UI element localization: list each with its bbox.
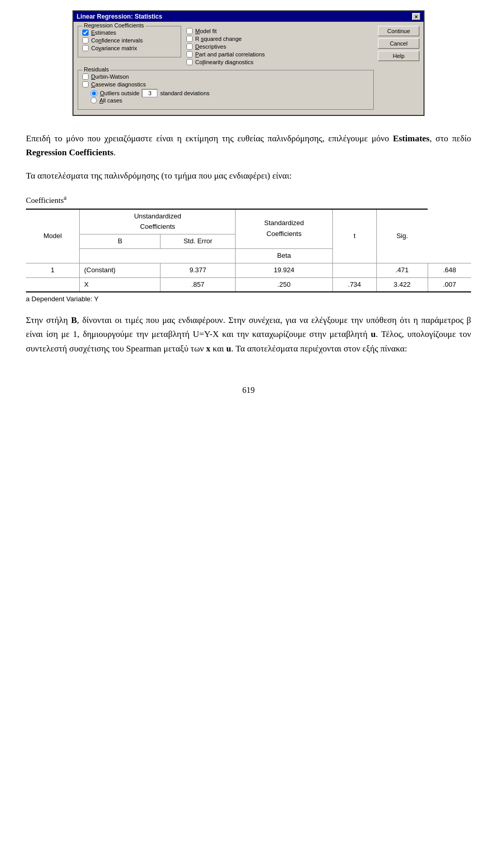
t-header: t bbox=[332, 209, 376, 263]
x-label-cell: X bbox=[80, 277, 160, 292]
b-header: B bbox=[80, 234, 160, 249]
regression-group-box: Regression Coefficients Estimates Confid… bbox=[78, 26, 181, 57]
linear-regression-dialog: Linear Regression: Statistics × Regressi… bbox=[72, 10, 425, 116]
modelfit-label: Model fit bbox=[195, 28, 217, 34]
continue-button[interactable]: Continue bbox=[378, 26, 419, 36]
partcorr-checkbox[interactable] bbox=[186, 51, 193, 57]
dialog-body: Regression Coefficients Estimates Confid… bbox=[74, 22, 423, 115]
casewise-label: Casewise diagnostics bbox=[91, 81, 146, 87]
dialog-close-button[interactable]: × bbox=[412, 13, 420, 20]
standardized-header: StandardizedCoefficients bbox=[236, 209, 332, 249]
coefficients-label: Coefficientsa bbox=[26, 193, 471, 207]
modelfit-row: Model fit bbox=[186, 28, 374, 34]
descriptives-checkbox[interactable] bbox=[186, 43, 193, 50]
outliers-value-input[interactable] bbox=[142, 89, 157, 97]
regression-coefficients-group: Regression Coefficients Estimates Confid… bbox=[78, 26, 181, 67]
x-sig: .007 bbox=[428, 277, 471, 292]
confidence-label: Confidence intervals bbox=[91, 37, 143, 43]
residuals-group-box: Residuals Durbin-Watson Casewise diagnos… bbox=[78, 70, 374, 110]
rsquared-label: R squared change bbox=[195, 36, 242, 42]
x-bold: x bbox=[206, 344, 211, 354]
dialog-buttons-panel: Continue Cancel Help bbox=[378, 26, 419, 111]
partcorr-row: Part and partial correlations bbox=[186, 51, 374, 57]
covariance-row: Covariance matrix bbox=[82, 45, 177, 51]
footnote-superscript: a bbox=[64, 194, 67, 201]
outliers-label: Outliers outside bbox=[100, 90, 139, 96]
page-number: 619 bbox=[0, 386, 497, 400]
regression-group-title: Regression Coefficients bbox=[82, 22, 145, 28]
paragraph1: Επειδή το μόνο που χρειαζόμαστε είναι η … bbox=[26, 131, 471, 159]
other-options-col: Model fit R squared change Descriptives bbox=[186, 26, 374, 67]
casewise-checkbox[interactable] bbox=[82, 81, 89, 87]
durbin-label: Durbin-Watson bbox=[91, 73, 129, 80]
help-button[interactable]: Help bbox=[378, 51, 419, 61]
confidence-checkbox[interactable] bbox=[82, 37, 89, 43]
table-row: X .857 .250 .734 3.422 .007 bbox=[26, 277, 471, 292]
estimates-checkbox[interactable] bbox=[82, 30, 89, 36]
cancel-button[interactable]: Cancel bbox=[378, 38, 419, 49]
coefficients-table-section: Coefficientsa Model UnstandardizedCoeffi… bbox=[26, 193, 471, 305]
rsquared-checkbox[interactable] bbox=[186, 36, 193, 42]
descriptives-label: Descriptives bbox=[195, 43, 226, 50]
allcases-label: All cases bbox=[99, 97, 122, 104]
outliers-radio[interactable] bbox=[91, 90, 97, 97]
x-t: 3.422 bbox=[376, 277, 428, 292]
u2-bold: u bbox=[226, 344, 231, 354]
descriptives-row: Descriptives bbox=[186, 43, 374, 50]
u-bold: u bbox=[371, 329, 375, 339]
stderr-header: Std. Error bbox=[160, 234, 236, 249]
estimates-bold: Estimates bbox=[393, 134, 430, 143]
collinear-label: Collinearity diagnostics bbox=[195, 59, 254, 65]
right-checkboxes: Model fit R squared change Descriptives bbox=[186, 26, 374, 65]
table-footnote: a Dependent Variable: Y bbox=[26, 294, 471, 305]
main-content: Επειδή το μόνο που χρειαζόμαστε είναι η … bbox=[0, 121, 497, 370]
estimates-label: Estimates bbox=[91, 30, 116, 36]
coefficients-table: Model UnstandardizedCoefficients Standar… bbox=[26, 209, 471, 293]
durbin-checkbox[interactable] bbox=[82, 73, 89, 80]
covariance-checkbox[interactable] bbox=[82, 45, 89, 51]
constant-beta bbox=[332, 263, 376, 277]
dialog-titlebar: Linear Regression: Statistics × bbox=[74, 11, 423, 22]
rsquared-row: R squared change bbox=[186, 36, 374, 42]
unstandardized-header: UnstandardizedCoefficients bbox=[80, 209, 236, 234]
residuals-group-title: Residuals bbox=[82, 66, 110, 72]
b-col-bold: B bbox=[71, 315, 77, 325]
casewise-row: Casewise diagnostics bbox=[82, 81, 369, 87]
constant-cell: (Constant) bbox=[80, 263, 160, 277]
outliers-row: Outliers outside standard deviations bbox=[91, 89, 369, 97]
table-row: 1 (Constant) 9.377 19.924 .471 .648 bbox=[26, 263, 471, 277]
dialog-main-panel: Regression Coefficients Estimates Confid… bbox=[78, 26, 374, 111]
dialog-title: Linear Regression: Statistics bbox=[77, 13, 162, 20]
model-header: Model bbox=[26, 209, 80, 263]
x-beta: .734 bbox=[332, 277, 376, 292]
constant-b: 9.377 bbox=[160, 263, 236, 277]
regression-coefficients-bold: Regression Coefficients bbox=[26, 148, 113, 157]
confidence-row: Confidence intervals bbox=[82, 37, 177, 43]
allcases-row: All cases bbox=[91, 97, 369, 104]
table-header-row1: Model UnstandardizedCoefficients Standar… bbox=[26, 209, 471, 234]
paragraph2: Τα αποτελέσματα της παλινδρόμησης (το τμ… bbox=[26, 169, 471, 183]
outliers-suffix: standard deviations bbox=[160, 90, 209, 96]
collinear-checkbox[interactable] bbox=[186, 59, 193, 65]
x-b: .857 bbox=[160, 277, 236, 292]
x-stderr: .250 bbox=[236, 277, 332, 292]
constant-sig: .648 bbox=[428, 263, 471, 277]
constant-t: .471 bbox=[376, 263, 428, 277]
model-x-cell bbox=[26, 277, 80, 292]
partcorr-label: Part and partial correlations bbox=[195, 51, 265, 57]
covariance-label: Covariance matrix bbox=[91, 45, 137, 51]
paragraph3: Στην στήλη B, δίνονται οι τιμές που μας … bbox=[26, 313, 471, 356]
dialog-two-col: Regression Coefficients Estimates Confid… bbox=[78, 26, 374, 67]
dialog-wrapper: Linear Regression: Statistics × Regressi… bbox=[0, 0, 497, 121]
durbin-row: Durbin-Watson bbox=[82, 73, 369, 80]
constant-stderr: 19.924 bbox=[236, 263, 332, 277]
collinear-row: Collinearity diagnostics bbox=[186, 59, 374, 65]
allcases-radio[interactable] bbox=[91, 97, 97, 104]
modelfit-checkbox[interactable] bbox=[186, 28, 193, 34]
model-cell: 1 bbox=[26, 263, 80, 277]
sig-header: Sig. bbox=[376, 209, 428, 263]
beta-header: Beta bbox=[236, 248, 332, 263]
estimates-row: Estimates bbox=[82, 30, 177, 36]
